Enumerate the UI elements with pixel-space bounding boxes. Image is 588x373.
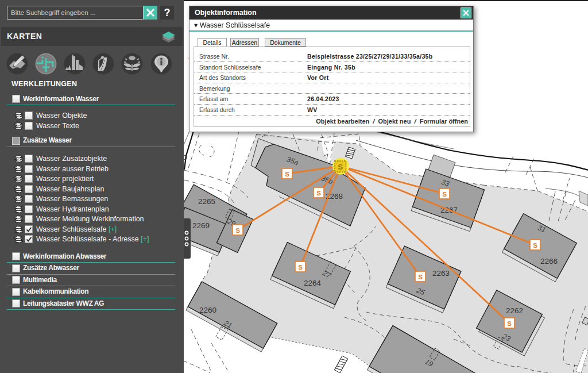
svg-text:2269: 2269	[192, 221, 210, 230]
svg-text:2265: 2265	[198, 197, 215, 206]
svg-text:S: S	[235, 227, 240, 234]
svg-text:S: S	[533, 242, 537, 249]
svg-text:2260: 2260	[199, 306, 216, 314]
svg-text:S: S	[338, 163, 343, 171]
svg-text:2264: 2264	[304, 279, 322, 287]
svg-text:S: S	[298, 264, 303, 271]
svg-text:S: S	[442, 191, 447, 198]
svg-text:S: S	[418, 274, 423, 280]
svg-text:S: S	[285, 171, 289, 178]
svg-text:2263: 2263	[432, 269, 450, 278]
svg-text:2266: 2266	[540, 257, 558, 266]
svg-text:2262: 2262	[506, 306, 523, 315]
svg-text:S: S	[316, 190, 321, 197]
svg-text:S: S	[507, 320, 512, 327]
